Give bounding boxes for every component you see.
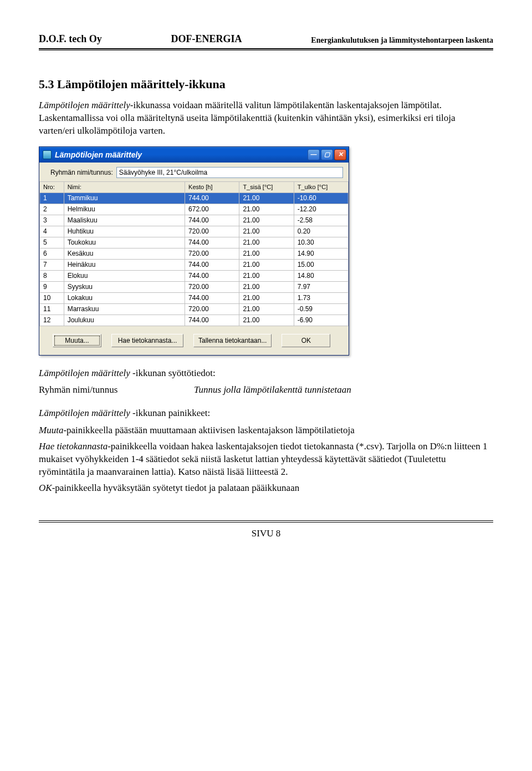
table-cell: Toukokuu bbox=[64, 237, 185, 248]
dialog-app-icon bbox=[43, 150, 52, 159]
table-cell: 6 bbox=[40, 248, 64, 259]
table-cell: Huhtikuu bbox=[64, 226, 185, 237]
table-cell: 21.00 bbox=[239, 248, 294, 259]
table-cell: 720.00 bbox=[185, 281, 239, 292]
table-cell: 7.97 bbox=[294, 281, 348, 292]
table-cell: 5 bbox=[40, 237, 64, 248]
table-cell: Marraskuu bbox=[64, 303, 185, 315]
fetch-from-db-button[interactable]: Hae tietokannasta... bbox=[111, 334, 183, 347]
table-cell: 21.00 bbox=[239, 237, 294, 248]
table-cell: Joulukuu bbox=[64, 315, 185, 326]
input-field-name: Ryhmän nimi/tunnus bbox=[39, 384, 194, 395]
table-cell: 21.00 bbox=[239, 292, 294, 303]
change-button[interactable]: Muuta... bbox=[53, 334, 101, 347]
table-cell: 21.00 bbox=[239, 259, 294, 270]
table-cell: 744.00 bbox=[185, 292, 239, 303]
table-cell: 1 bbox=[40, 192, 64, 204]
close-button[interactable]: ✕ bbox=[334, 149, 346, 160]
buttons-heading: Lämpötilojen määrittely -ikkunan painikk… bbox=[39, 408, 493, 419]
table-cell: 21.00 bbox=[239, 204, 294, 215]
ok-button[interactable]: OK bbox=[282, 334, 330, 347]
header-rule-bottom bbox=[39, 50, 493, 50]
table-cell: 744.00 bbox=[185, 215, 239, 226]
table-cell: -12.20 bbox=[294, 204, 348, 215]
table-row[interactable]: 2Helmikuu672.0021.00-12.20 bbox=[40, 204, 349, 215]
table-cell: 21.00 bbox=[239, 281, 294, 292]
minimize-button[interactable]: — bbox=[308, 149, 320, 160]
header-subtitle: Energiankulutuksen ja lämmitystehontarpe… bbox=[311, 36, 493, 45]
table-cell: 11 bbox=[40, 303, 64, 315]
table-cell: 720.00 bbox=[185, 303, 239, 315]
table-cell: 672.00 bbox=[185, 204, 239, 215]
table-cell: 21.00 bbox=[239, 226, 294, 237]
inputs-heading: Lämpötilojen määrittely -ikkunan syöttöt… bbox=[39, 368, 493, 379]
table-row[interactable]: 6Kesäkuu720.0021.0014.90 bbox=[40, 248, 349, 259]
table-cell: 720.00 bbox=[185, 226, 239, 237]
table-cell: 2 bbox=[40, 204, 64, 215]
table-row[interactable]: 5Toukokuu744.0021.0010.30 bbox=[40, 237, 349, 248]
section-title: 5.3 Lämpötilojen määrittely-ikkuna bbox=[39, 77, 493, 92]
intro-em: Lämpötilojen määrittely bbox=[39, 100, 130, 110]
header-product: DOF-ENERGIA bbox=[171, 33, 242, 45]
footer-rule-bottom bbox=[39, 522, 493, 523]
table-row[interactable]: 12Joulukuu744.0021.00-6.90 bbox=[40, 315, 349, 326]
page-number: SIVU 8 bbox=[39, 528, 493, 539]
footer-rule-top bbox=[39, 520, 493, 521]
col-header-nro: Nro: bbox=[40, 181, 64, 192]
table-row[interactable]: 4Huhtikuu720.0021.000.20 bbox=[40, 226, 349, 237]
table-cell: -6.90 bbox=[294, 315, 348, 326]
table-row[interactable]: 8Elokuu744.0021.0014.80 bbox=[40, 270, 349, 281]
table-cell: 10 bbox=[40, 292, 64, 303]
header-rule-top bbox=[39, 48, 493, 49]
col-header-t-out: T_ulko [°C] bbox=[294, 181, 348, 192]
maximize-button[interactable]: ▢ bbox=[321, 149, 333, 160]
table-cell: Syyskuu bbox=[64, 281, 185, 292]
table-cell: 744.00 bbox=[185, 315, 239, 326]
table-cell: 10.30 bbox=[294, 237, 348, 248]
table-cell: 14.80 bbox=[294, 270, 348, 281]
input-field-desc: Tunnus jolla lämpötilakenttä tunnistetaa… bbox=[194, 384, 493, 395]
dialog-titlebar[interactable]: Lämpötilojen määrittely — ▢ ✕ bbox=[39, 147, 349, 163]
col-header-name: Nimi: bbox=[64, 181, 185, 192]
table-cell: 21.00 bbox=[239, 270, 294, 281]
para-fetch: Hae tietokannasta-painikkeella voidaan h… bbox=[39, 440, 493, 479]
dialog-title: Lämpötilojen määrittely bbox=[55, 150, 142, 159]
group-name-input[interactable] bbox=[116, 167, 343, 178]
table-cell: 1.73 bbox=[294, 292, 348, 303]
intro-paragraph: Lämpötilojen määrittely-ikkunassa voidaa… bbox=[39, 99, 493, 138]
table-cell: 21.00 bbox=[239, 303, 294, 315]
table-row[interactable]: 9Syyskuu720.0021.007.97 bbox=[40, 281, 349, 292]
table-cell: 744.00 bbox=[185, 259, 239, 270]
table-row[interactable]: 10Lokakuu744.0021.001.73 bbox=[40, 292, 349, 303]
table-cell: Helmikuu bbox=[64, 204, 185, 215]
table-cell: 720.00 bbox=[185, 248, 239, 259]
table-cell: Tammikuu bbox=[64, 192, 185, 204]
temperature-table: Nro: Nimi: Kesto [h] T_sisä [°C] T_ulko … bbox=[39, 181, 349, 326]
table-row[interactable]: 7Heinäkuu744.0021.0015.00 bbox=[40, 259, 349, 270]
table-cell: Elokuu bbox=[64, 270, 185, 281]
table-cell: 12 bbox=[40, 315, 64, 326]
col-header-t-in: T_sisä [°C] bbox=[239, 181, 294, 192]
table-cell: 744.00 bbox=[185, 237, 239, 248]
table-row[interactable]: 11Marraskuu720.0021.00-0.59 bbox=[40, 303, 349, 315]
table-row[interactable]: 3Maaliskuu744.0021.00-2.58 bbox=[40, 215, 349, 226]
header-company: D.O.F. tech Oy bbox=[39, 33, 102, 45]
para-ok: OK-painikkeella hyväksytään syötetyt tie… bbox=[39, 482, 493, 495]
table-cell: 21.00 bbox=[239, 315, 294, 326]
input-field-row: Ryhmän nimi/tunnus Tunnus jolla lämpötil… bbox=[39, 384, 493, 395]
table-cell: Heinäkuu bbox=[64, 259, 185, 270]
page-header: D.O.F. tech Oy DOF-ENERGIA Energiankulut… bbox=[39, 33, 493, 47]
save-to-db-button[interactable]: Tallenna tietokantaan... bbox=[193, 334, 272, 347]
table-cell: -10.60 bbox=[294, 192, 348, 204]
table-cell: 744.00 bbox=[185, 270, 239, 281]
table-cell: Kesäkuu bbox=[64, 248, 185, 259]
table-cell: 3 bbox=[40, 215, 64, 226]
table-row[interactable]: 1Tammikuu744.0021.00-10.60 bbox=[40, 192, 349, 204]
table-cell: 8 bbox=[40, 270, 64, 281]
table-cell: 14.90 bbox=[294, 248, 348, 259]
group-name-label: Ryhmän nimi/tunnus: bbox=[50, 169, 113, 176]
table-cell: 21.00 bbox=[239, 192, 294, 204]
table-cell: 21.00 bbox=[239, 215, 294, 226]
table-cell: -2.58 bbox=[294, 215, 348, 226]
dialog-window: Lämpötilojen määrittely — ▢ ✕ Ryhmän nim… bbox=[39, 146, 349, 356]
